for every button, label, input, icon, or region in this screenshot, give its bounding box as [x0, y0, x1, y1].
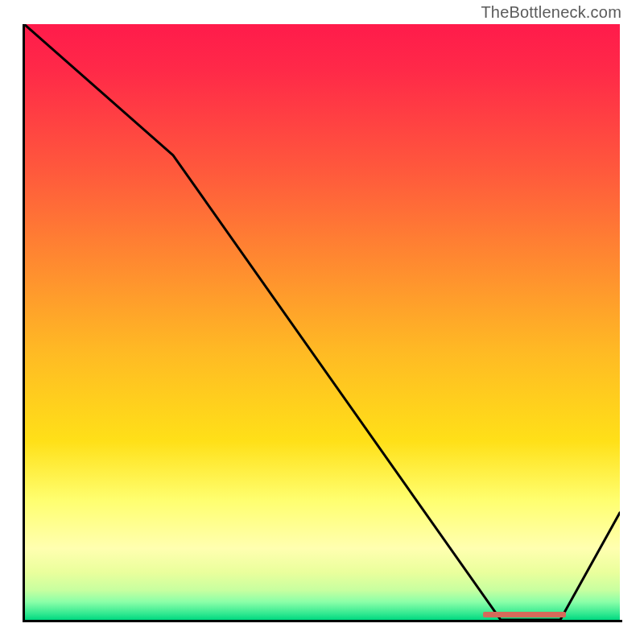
gradient-background	[24, 24, 620, 620]
chart-container: TheBottleneck.com	[0, 0, 644, 644]
y-axis	[23, 24, 25, 622]
watermark-text: TheBottleneck.com	[481, 3, 621, 22]
x-axis	[23, 620, 622, 622]
plot-area	[24, 24, 620, 620]
optimal-zone-marker	[483, 612, 567, 617]
